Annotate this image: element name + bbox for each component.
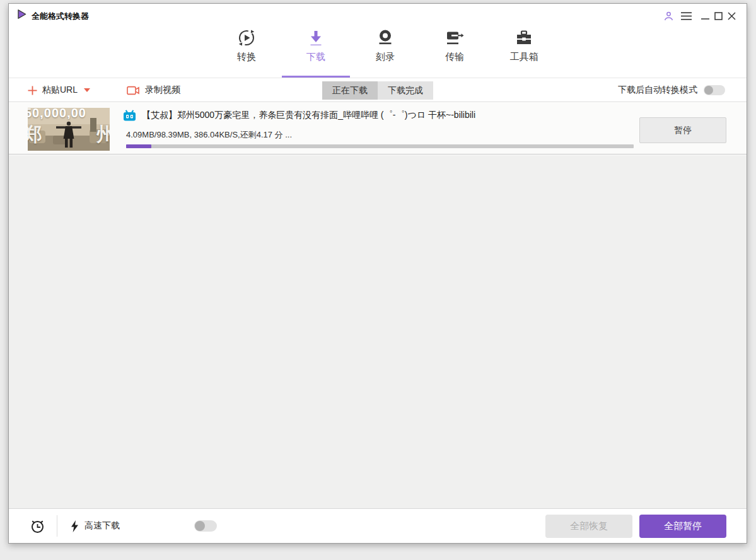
user-account-icon[interactable]: [662, 9, 675, 22]
auto-convert-toggle[interactable]: [704, 85, 725, 95]
convert-icon: [238, 28, 255, 47]
paste-url-button[interactable]: 粘贴URL: [28, 85, 90, 96]
tab-transfer[interactable]: 传输: [420, 28, 489, 63]
thumbnail-overlay-right-char: 州: [96, 122, 110, 148]
footer-buttons: 全部恢复 全部暂停: [545, 515, 726, 538]
tab-transfer-label: 传输: [445, 51, 464, 63]
app-title: 全能格式转换器: [32, 11, 89, 22]
paste-url-label: 粘贴URL: [42, 85, 78, 96]
download-filter-tabs: 正在下载 下载完成: [322, 81, 433, 100]
resume-all-button[interactable]: 全部恢复: [545, 515, 632, 538]
titlebar-controls: [662, 9, 738, 22]
record-video-button[interactable]: 录制视频: [127, 85, 180, 96]
pause-all-button[interactable]: 全部暂停: [639, 515, 726, 538]
burn-icon: [376, 28, 394, 47]
record-video-label: 录制视频: [145, 85, 180, 96]
lightning-icon: [71, 520, 79, 532]
maximize-button[interactable]: [712, 9, 724, 22]
high-speed-toggle[interactable]: [194, 520, 217, 532]
toggle-knob: [704, 86, 713, 95]
auto-convert-label: 下载后自动转换模式: [618, 85, 697, 96]
high-speed-label: 高速下载: [84, 520, 120, 532]
menu-icon[interactable]: [680, 9, 692, 22]
bilibili-icon: [123, 110, 136, 121]
toolbar-right: 下载后自动转换模式: [618, 85, 725, 96]
minimize-button[interactable]: [699, 9, 711, 22]
toggle-knob: [195, 521, 205, 531]
pause-button[interactable]: 暂停: [639, 117, 726, 143]
filter-tab-downloading[interactable]: 正在下载: [322, 81, 378, 100]
main-nav: 转换 下载 刻录: [212, 28, 559, 63]
schedule-clock-icon[interactable]: [30, 518, 45, 534]
toolbox-icon: [515, 28, 533, 47]
tab-convert-label: 转换: [237, 51, 256, 63]
tab-download-label: 下载: [306, 51, 325, 63]
camera-icon: [127, 86, 140, 95]
high-speed-download: 高速下载: [71, 520, 217, 532]
tab-convert[interactable]: 转换: [212, 28, 281, 63]
download-toolbar: 粘贴URL 录制视频 正在下载 下载完成 下载后自动转换模式: [9, 79, 747, 102]
video-title: 【艾叔】郑州5000万豪宅里，养条巨贵有没有排面_哔哩哔哩 (゜-゜)つロ 干杯…: [142, 110, 475, 121]
transfer-icon: [445, 28, 464, 47]
tab-toolbox[interactable]: 工具箱: [489, 28, 559, 63]
plus-icon: [28, 86, 37, 95]
tab-burn-label: 刻录: [376, 51, 395, 63]
close-button[interactable]: [725, 9, 738, 22]
filter-tab-completed[interactable]: 下载完成: [378, 81, 433, 100]
download-list-empty-area: [9, 155, 747, 508]
titlebar: 全能格式转换器: [9, 4, 747, 25]
download-icon: [307, 28, 325, 47]
video-title-row: 【艾叔】郑州5000万豪宅里，养条巨贵有没有排面_哔哩哔哩 (゜-゜)つロ 干杯…: [123, 110, 475, 121]
chevron-down-icon[interactable]: [84, 88, 90, 92]
tab-download[interactable]: 下载: [281, 28, 351, 63]
header: 全能格式转换器: [9, 4, 747, 78]
app-logo-icon: [16, 9, 27, 20]
video-thumbnail: 50,000,00 郑 州: [28, 108, 110, 151]
progress-fill: [126, 144, 151, 148]
thumbnail-overlay-left-char: 郑: [28, 122, 42, 148]
thumbnail-overlay-number: 50,000,00: [28, 108, 110, 120]
footer-divider: [57, 515, 57, 537]
footer: 高速下载 全部恢复 全部暂停: [9, 508, 747, 543]
tab-burn[interactable]: 刻录: [351, 28, 420, 63]
toolbar-left: 粘贴URL 录制视频: [28, 85, 180, 96]
active-tab-underline: [282, 76, 350, 78]
download-item-row: 50,000,00 郑 州 【艾叔】郑州5000万豪宅里，养条巨贵有没有排面_哔…: [9, 103, 747, 155]
app-window: 全能格式转换器: [8, 3, 747, 544]
tab-toolbox-label: 工具箱: [510, 51, 538, 63]
download-stats: 4.09MB/98.39MB, 386.04KB/S,还剩4.17 分 ...: [126, 129, 292, 141]
progress-bar: [126, 144, 634, 148]
